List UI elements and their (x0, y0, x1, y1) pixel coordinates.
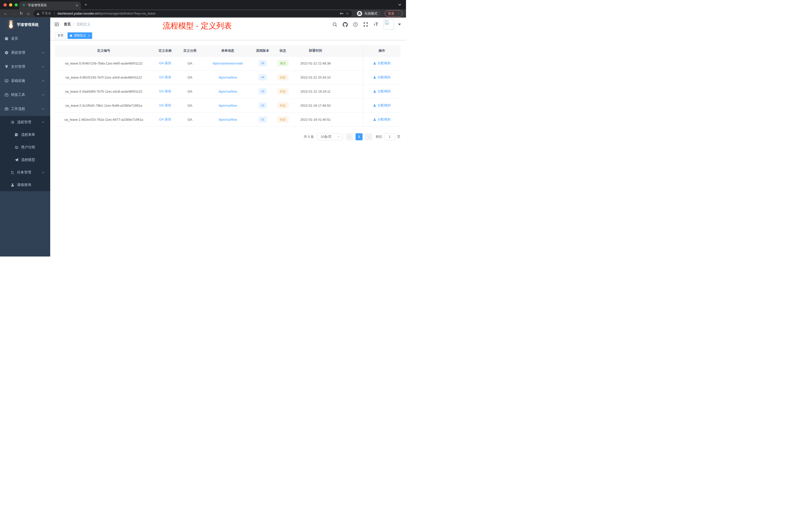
forward-button[interactable]: → (11, 11, 16, 16)
assign-rule-button[interactable]: 分配规则 (373, 89, 390, 94)
password-key-icon[interactable] (340, 11, 344, 16)
sidebar-item-process-model[interactable]: 流程模型 (0, 154, 50, 166)
minimize-window-button[interactable] (9, 3, 12, 6)
browser-tab[interactable]: 芋道管理系统 ✕ (19, 1, 81, 9)
new-tab-button[interactable]: + (84, 2, 87, 7)
user-icon (373, 104, 376, 107)
reload-button[interactable]: ↻ (20, 11, 23, 16)
definition-name-link[interactable]: OA 请假 (159, 117, 171, 121)
definition-name-link[interactable]: OA 请假 (159, 103, 171, 107)
url-text[interactable]: dashboard.yudao.iocoder.cn/bpm/manager/d… (58, 11, 338, 15)
text-size-icon[interactable]: TT (374, 22, 378, 27)
tag-label: 首页 (58, 33, 63, 38)
page-size-select[interactable]: 10条/页 (317, 133, 343, 140)
sidebar-item-system[interactable]: 系统管理 (0, 46, 50, 60)
table-row: oa_leave:3:1fad3d93-7b75-11ec-a3c8-acde4… (55, 84, 401, 98)
dashboard-icon (4, 37, 8, 41)
browser-toolbar: ← → ↻ ⌂ 不安全 dashboard.yudao.iocoder.cn/b… (0, 9, 406, 18)
definition-name-link[interactable]: OA 请假 (159, 75, 171, 79)
sidebar-item-devtools[interactable]: 研发工具 (0, 88, 50, 102)
col-status: 状态 (272, 45, 294, 56)
window-controls[interactable] (3, 3, 18, 6)
fullscreen-icon[interactable] (363, 22, 368, 27)
sidebar-toggle-hamburger-icon[interactable] (54, 22, 59, 27)
sidebar-item-home[interactable]: 首页 (0, 32, 50, 46)
cell-deploy-time: 2022-01-16 17:46:53 (294, 98, 337, 113)
avatar[interactable] (384, 19, 394, 30)
version-badge[interactable]: v3 (259, 88, 267, 94)
github-icon[interactable] (343, 22, 348, 27)
table-row: oa_leave:1:482ec033-762a-11ec-8477-a2380… (55, 113, 401, 126)
form-link[interactable]: /bpm/oa/flow (219, 90, 237, 93)
tag-home[interactable]: 首页 (55, 32, 66, 39)
zoom-window-button[interactable] (14, 3, 18, 6)
sidebar-item-user-group[interactable]: 用户分组 (0, 141, 50, 154)
sidebar-item-workflow[interactable]: 工作流程 (0, 102, 50, 116)
url-host: dashboard.yudao.iocoder.cn (58, 11, 98, 15)
col-process-version: 流程版本 (253, 45, 272, 56)
cell-deploy-time: 2022-01-22 19:19:11 (294, 84, 337, 98)
form-link[interactable]: /bpm/oa/flow (219, 76, 237, 79)
sidebar-item-leave-query[interactable]: 请假查询 (0, 179, 50, 191)
cell-filler (337, 84, 363, 98)
tab-search-chevron-icon[interactable] (398, 3, 402, 6)
prev-page-button[interactable]: ‹ (346, 133, 353, 140)
browser-menu-icon[interactable]: ⋮ (397, 11, 400, 15)
sidebar-item-label: 研发工具 (11, 93, 39, 97)
search-icon[interactable] (332, 22, 337, 27)
assign-rule-button[interactable]: 分配规则 (373, 75, 390, 80)
active-tag-dot (70, 35, 72, 37)
sidebar-item-label: 工作流程 (11, 107, 39, 111)
version-badge[interactable]: v1 (259, 117, 267, 122)
next-page-button[interactable]: › (365, 133, 372, 140)
divider (54, 12, 55, 15)
table-row: oa_leave:2:3c1f0ef1-76b1-11ec-9c66-a2380… (55, 98, 401, 113)
url-bar[interactable]: 不安全 dashboard.yudao.iocoder.cn/bpm/manag… (33, 10, 352, 17)
version-badge[interactable]: v2 (259, 102, 267, 109)
form-link[interactable]: /bpm/oa/leave/create (212, 61, 243, 65)
tag-close-icon[interactable]: × (88, 34, 90, 37)
app-logo[interactable]: 芋道管理系统 (0, 18, 50, 32)
sidebar-item-label: 系统管理 (11, 51, 39, 55)
svg-text:?: ? (355, 23, 356, 26)
version-badge[interactable]: v4 (259, 74, 267, 80)
definition-name-link[interactable]: OA 请假 (159, 89, 171, 93)
tag-process-definition[interactable]: 流程定义 × (67, 32, 92, 39)
form-edit-icon (14, 133, 19, 137)
sidebar-item-label: 任务管理 (17, 170, 39, 175)
breadcrumb-separator: / (73, 22, 74, 26)
assign-rule-button[interactable]: 分配规则 (373, 61, 390, 65)
sidebar-item-infrastructure[interactable]: 基础设施 (0, 74, 50, 88)
sidebar-item-label: 请假查询 (17, 183, 45, 187)
bookmark-star-icon[interactable]: ☆ (346, 11, 349, 16)
help-icon[interactable]: ? (353, 22, 358, 27)
sidebar-item-payment[interactable]: ¥ 支付管理 (0, 60, 50, 74)
definition-name-link[interactable]: OA 请假 (159, 61, 171, 65)
briefcase-icon (4, 107, 8, 111)
version-badge[interactable]: v5 (259, 60, 267, 66)
goto-page-input[interactable] (384, 133, 395, 140)
assign-rule-button[interactable]: 分配规则 (373, 103, 390, 108)
task-tree-icon (10, 171, 14, 175)
back-button[interactable]: ← (3, 11, 7, 16)
form-link[interactable]: /bpm/oa/flow (219, 118, 237, 121)
col-operations: 操作 (363, 45, 401, 56)
caret-down-icon[interactable] (398, 24, 401, 25)
home-button[interactable]: ⌂ (27, 11, 29, 16)
breadcrumb-home[interactable]: 首页 (64, 22, 71, 27)
form-link[interactable]: /bpm/oa/flow (219, 104, 237, 108)
cell-filler (337, 70, 363, 84)
close-window-button[interactable] (3, 3, 7, 6)
sidebar-item-process-management[interactable]: 流程管理 (0, 116, 50, 128)
sidebar-item-task-management[interactable]: 任务管理 (0, 166, 50, 179)
page-number-active[interactable]: 1 (355, 133, 362, 140)
col-definition-id: 定义编号 (55, 45, 152, 56)
sidebar-item-label: 支付管理 (11, 64, 39, 69)
security-label[interactable]: 不安全 (42, 11, 51, 16)
cell-definition-id: oa_leave:3:1fad3d93-7b75-11ec-a3c8-acde4… (55, 84, 152, 98)
sidebar-item-process-form[interactable]: 流程表单 (0, 128, 50, 141)
col-definition-category: 定义分类 (178, 45, 202, 56)
tab-close-icon[interactable]: ✕ (75, 4, 78, 7)
assign-rule-button[interactable]: 分配规则 (373, 117, 390, 122)
update-button[interactable]: 更新 ⋮ (385, 10, 403, 17)
